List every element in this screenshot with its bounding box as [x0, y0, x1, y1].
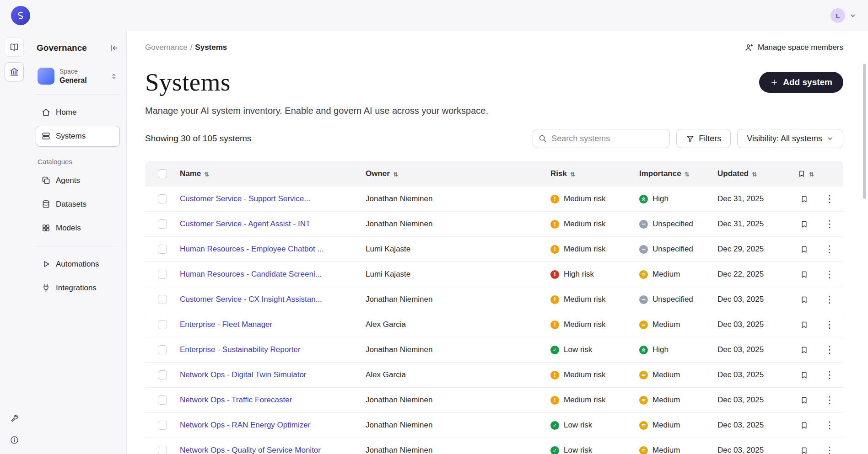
sidebar-item-models[interactable]: Models: [36, 218, 120, 239]
risk-label: Medium risk: [564, 219, 606, 229]
risk-label: Medium risk: [564, 295, 606, 304]
collapse-sidebar-button[interactable]: [110, 43, 119, 53]
info-icon: [10, 435, 19, 445]
col-header-owner[interactable]: Owner: [366, 169, 550, 178]
bookmark-button[interactable]: [798, 243, 810, 256]
row-menu-button[interactable]: [823, 293, 836, 306]
bookmark-button[interactable]: [798, 293, 810, 306]
importance-icon: [639, 421, 648, 430]
row-checkbox[interactable]: [158, 395, 167, 405]
row-checkbox[interactable]: [158, 320, 167, 329]
importance-icon: [639, 320, 648, 329]
system-name-link[interactable]: Customer Service - Agent Assist - INT: [180, 219, 319, 229]
system-name-link[interactable]: Human Resources - Candidate Screeni...: [180, 270, 331, 279]
row-menu-button[interactable]: [823, 268, 836, 281]
risk-label: Medium risk: [564, 245, 606, 254]
breadcrumb-parent[interactable]: Governance: [145, 43, 188, 52]
system-name-link[interactable]: Human Resources - Employee Chatbot ...: [180, 245, 333, 254]
risk-label: Medium risk: [564, 320, 606, 329]
copies-icon: [41, 176, 51, 185]
row-menu-button[interactable]: [823, 444, 836, 454]
table-row: Customer Service - CX Insight Assistan..…: [145, 287, 843, 312]
risk-icon: [550, 270, 559, 279]
bookmark-button[interactable]: [798, 343, 810, 356]
row-menu-button[interactable]: [823, 192, 836, 205]
table-row: Enterprise - Sustainability Reporter Jon…: [145, 337, 843, 363]
space-selector[interactable]: Space General: [36, 66, 120, 87]
bookmark-button[interactable]: [798, 369, 810, 381]
system-name-link[interactable]: Customer Service - CX Insight Assistan..…: [180, 295, 331, 304]
select-all-checkbox[interactable]: [158, 169, 167, 178]
breadcrumb-separator: /: [190, 43, 193, 52]
app-logo[interactable]: [11, 6, 30, 25]
bookmark-button[interactable]: [798, 394, 810, 406]
system-name-link[interactable]: Customer Service - Support Service...: [180, 194, 319, 203]
importance-icon: [639, 270, 648, 279]
row-checkbox[interactable]: [158, 446, 167, 454]
visibility-dropdown[interactable]: Visibility: All systems: [737, 129, 843, 148]
risk-icon: [550, 446, 559, 454]
info-button[interactable]: [10, 435, 19, 445]
importance-label: Medium: [652, 395, 680, 405]
row-menu-button[interactable]: [823, 419, 836, 432]
system-name-link[interactable]: Network Ops - RAN Energy Optimizer: [180, 421, 319, 430]
bookmark-icon: [798, 170, 806, 178]
row-checkbox[interactable]: [158, 370, 167, 379]
row-menu-button[interactable]: [823, 318, 836, 331]
system-name-link[interactable]: Enterprise - Sustainability Reporter: [180, 345, 310, 354]
row-menu-button[interactable]: [823, 343, 836, 356]
sidebar-item-home[interactable]: Home: [36, 102, 120, 123]
system-name-link[interactable]: Enterprise - Fleet Manager: [180, 320, 281, 329]
row-menu-button[interactable]: [823, 394, 836, 406]
row-checkbox[interactable]: [158, 219, 167, 229]
sidebar-item-label: Automations: [56, 260, 99, 269]
avatar: L: [830, 8, 845, 23]
col-header-name[interactable]: Name: [180, 169, 366, 178]
sidebar-item-automations[interactable]: Automations: [36, 254, 120, 275]
bookmark-button[interactable]: [798, 268, 810, 281]
row-menu-button[interactable]: [823, 218, 836, 230]
add-system-button[interactable]: Add system: [759, 72, 843, 93]
user-menu[interactable]: L: [830, 8, 857, 23]
row-checkbox[interactable]: [158, 421, 167, 430]
tools-button[interactable]: [10, 414, 19, 423]
sidebar-item-integrations[interactable]: Integrations: [36, 278, 120, 299]
bookmark-button[interactable]: [798, 318, 810, 331]
col-header-updated[interactable]: Updated: [717, 169, 798, 178]
row-checkbox[interactable]: [158, 295, 167, 304]
topbar: L: [0, 0, 868, 31]
row-checkbox[interactable]: [158, 194, 167, 203]
home-icon: [41, 107, 51, 117]
manage-space-members-button[interactable]: Manage space members: [744, 43, 843, 52]
bookmark-button[interactable]: [798, 192, 810, 205]
row-checkbox[interactable]: [158, 345, 167, 354]
bookmark-button[interactable]: [798, 419, 810, 432]
bookmark-button[interactable]: [798, 444, 810, 454]
system-name-link[interactable]: Network Ops - Digital Twin Simulator: [180, 370, 316, 379]
col-header-risk[interactable]: Risk: [550, 169, 639, 178]
row-menu-button[interactable]: [823, 243, 836, 256]
governance-rail-button[interactable]: [5, 62, 24, 81]
scrollbar-thumb[interactable]: [863, 64, 866, 199]
col-header-importance[interactable]: Importance: [639, 169, 717, 178]
owner-cell: Jonathan Nieminen: [366, 194, 550, 203]
library-rail-button[interactable]: [5, 37, 24, 57]
sidebar-item-datasets[interactable]: Datasets: [36, 194, 120, 215]
row-menu-button[interactable]: [823, 369, 836, 381]
row-checkbox[interactable]: [158, 270, 167, 279]
col-header-bookmark[interactable]: [798, 169, 823, 178]
bookmark-button[interactable]: [798, 218, 810, 230]
search-input[interactable]: [533, 129, 670, 148]
page-title: Systems: [145, 68, 231, 96]
system-name-link[interactable]: Network Ops - Quality of Service Monitor: [180, 446, 330, 454]
sidebar-item-systems[interactable]: Systems: [36, 126, 120, 147]
row-checkbox[interactable]: [158, 245, 167, 254]
updated-cell: Dec 03, 2025: [717, 446, 798, 454]
plus-icon: [770, 78, 778, 86]
system-name-link[interactable]: Network Ops - Traffic Forecaster: [180, 395, 301, 405]
sidebar-item-agents[interactable]: Agents: [36, 170, 120, 191]
filters-button[interactable]: Filters: [676, 129, 731, 148]
sidebar-item-label: Integrations: [56, 283, 97, 293]
importance-label: Unspecified: [652, 245, 693, 254]
table-row: Network Ops - Traffic Forecaster Jonatha…: [145, 388, 843, 413]
